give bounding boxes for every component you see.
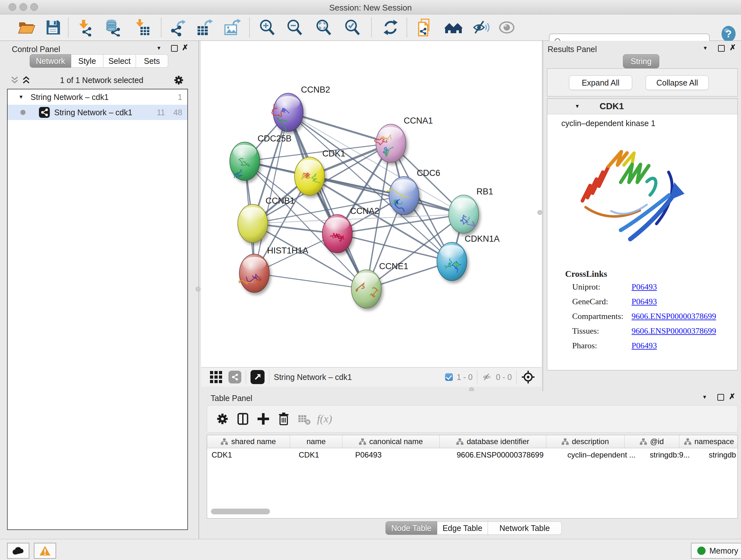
results-panel-title: Results Panel [548,45,597,54]
tab-select[interactable]: Select [104,54,136,68]
zoom-in-button[interactable] [258,18,277,37]
network-share-toggle-icon[interactable] [228,371,241,383]
collapse-all-chevron-icon[interactable] [10,75,19,85]
tab-style[interactable]: Style [71,54,104,68]
memory-button[interactable]: Memory [691,543,741,559]
results-panel-float-icon[interactable]: ▼ [703,45,708,51]
tab-network[interactable]: Network [30,54,71,68]
column-header[interactable]: shared name [207,435,290,448]
first-neighbors-button[interactable] [444,18,463,37]
left-splitter-handle[interactable] [196,287,200,292]
results-panel-close-icon[interactable]: ✗ [730,43,736,52]
toolbar-separator [407,18,407,37]
table-row[interactable]: CDK1 CDK1 P06493 9606.ENSP00000378699 cy… [207,448,738,462]
export-network-icon [169,18,187,37]
zoom-out-button[interactable] [285,18,305,37]
detach-view-button[interactable] [251,370,265,384]
table-panel-close-icon[interactable]: ✗ [729,392,735,401]
column-header[interactable]: database identifier [440,435,546,448]
network-edge-count: 48 [173,108,182,117]
table-panel-maximize-icon[interactable] [718,394,724,401]
open-session-button[interactable] [17,18,36,37]
zoom-selected-button[interactable] [343,18,362,37]
graph-node-RB1 [449,195,479,233]
column-header[interactable]: namespace [679,435,739,448]
graph-node-CCNA1 [374,124,406,163]
control-panel-close-icon[interactable]: ✗ [182,43,188,52]
add-column-button[interactable] [253,409,273,429]
graph-node-label: CCNB2 [301,85,330,95]
application-window: { "window": { "title": "Session: New Ses… [0,0,741,560]
clone-network-button[interactable] [415,18,434,37]
hide-selection-button[interactable] [471,18,490,37]
table-panel: Table Panel ▼ ✗ [201,391,741,539]
grid-view-icon[interactable] [210,371,222,383]
tab-sets[interactable]: Sets [136,54,168,68]
collapse-all-button[interactable]: Collapse All [646,75,709,90]
crosslink-value-link[interactable]: 9606.ENSP00000378699 [631,312,738,321]
tab-edge-table[interactable]: Edge Table [437,521,488,535]
crosslink-label: Pharos: [572,341,631,351]
import-table-file-button[interactable] [132,18,151,37]
control-panel-float-icon[interactable]: ▼ [156,45,161,51]
help-icon: ? [720,25,737,43]
network-collection-row[interactable]: ▼ String Network – cdk1 1 [8,89,187,105]
results-panel-maximize-icon[interactable] [718,45,725,52]
show-all-button[interactable] [497,18,516,37]
column-header[interactable]: description [546,435,624,448]
network-graph[interactable]: CCNB2CCNA1CDC25BCDK1CDC6RB1CCNB1CCNA2CDK… [201,41,542,367]
network-share-icon [39,107,50,118]
protein-structure-image [573,134,700,258]
gear-icon[interactable] [173,74,185,86]
import-network-file-button[interactable] [75,18,94,37]
export-image-button[interactable] [222,18,242,37]
toolbar-separator [371,18,372,37]
birds-eye-view-icon[interactable] [521,370,535,384]
warning-status-button[interactable] [34,543,56,559]
expand-all-chevron-icon[interactable] [22,75,30,85]
gene-section-header[interactable]: ▼ CDK1 [547,99,738,114]
tab-node-table[interactable]: Node Table [386,521,437,535]
expand-all-button[interactable]: Expand All [569,75,632,90]
graph-node-HIST1H1A [239,254,269,293]
delete-column-button[interactable] [273,409,294,429]
gene-description: cyclin–dependent kinase 1 [547,114,738,128]
graph-node-label: CCNA2 [350,206,380,216]
crosslink-value-link[interactable]: 9606.ENSP00000378699 [631,326,738,336]
right-splitter-handle[interactable] [537,210,542,215]
table-panel-float-icon[interactable]: ▼ [702,394,707,400]
zoom-fit-button[interactable] [314,18,333,37]
crosslink-value-link[interactable]: P06493 [631,282,738,292]
crosslink-value-link[interactable]: P06493 [631,297,738,307]
section-collapse-icon[interactable]: ▼ [575,104,580,109]
crosslink-label: Compartments: [572,312,631,321]
network-column-icon [562,438,569,445]
tab-string[interactable]: String [623,54,659,68]
import-network-database-button[interactable] [103,18,122,37]
crosslink-value-link[interactable]: P06493 [631,341,738,351]
graph-node-label: CDC6 [417,168,441,178]
status-separator [477,370,477,384]
tab-network-table[interactable]: Network Table [488,521,562,535]
network-row-selected[interactable]: String Network – cdk1 11 48 [8,105,187,120]
export-table-button[interactable] [195,18,214,37]
help-button[interactable]: ? [720,25,737,43]
cloud-status-button[interactable] [7,543,29,559]
export-network-button[interactable] [169,18,188,37]
collection-expand-icon[interactable]: ▼ [18,94,23,100]
gene-name: CDK1 [600,101,624,111]
crosslinks-heading: CrossLinks [565,269,738,279]
column-header[interactable]: name [290,435,342,448]
table-toolbar: f(x) [207,405,738,433]
column-header[interactable]: @id [624,435,679,448]
network-canvas[interactable]: CCNB2CCNA1CDC25BCDK1CDC6RB1CCNB1CCNA2CDK… [201,41,542,367]
selected-checkbox-icon[interactable] [445,373,453,381]
column-header[interactable]: canonical name [342,435,440,448]
eye-slash-icon [472,18,490,37]
table-gear-button[interactable] [212,409,232,429]
refresh-button[interactable] [381,18,400,37]
control-panel-maximize-icon[interactable] [171,45,178,52]
show-columns-button[interactable] [232,409,253,429]
save-session-button[interactable] [44,18,63,37]
horizontal-scrollbar-thumb[interactable] [211,509,270,514]
